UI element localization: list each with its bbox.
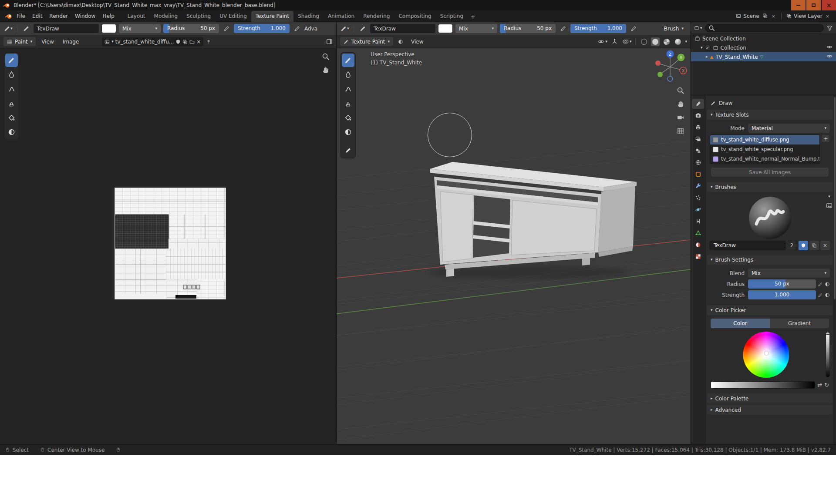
panel-brushes[interactable]: ▾ Brushes xyxy=(707,182,833,192)
expand-icon[interactable]: ▾ xyxy=(701,46,703,50)
brush-menu[interactable]: Brush▾ xyxy=(661,24,687,33)
color-wheel-cursor[interactable] xyxy=(765,351,769,355)
tool-smear[interactable] xyxy=(5,82,18,96)
radius-slider[interactable]: Radius50 px xyxy=(163,24,219,33)
minimize-button[interactable] xyxy=(791,0,806,10)
tool-soften[interactable] xyxy=(5,68,18,81)
tool-draw[interactable] xyxy=(342,54,354,67)
brush-name-field[interactable]: TexDraw xyxy=(34,24,99,33)
tab-world[interactable] xyxy=(692,158,704,168)
tab-texture-paint[interactable]: Texture Paint xyxy=(251,11,293,22)
paint-mask-toggle[interactable] xyxy=(396,37,405,47)
image-menu[interactable]: Image xyxy=(60,37,82,46)
scrollbar-thumb[interactable] xyxy=(834,97,836,299)
stylus-pressure-icon[interactable] xyxy=(818,282,823,287)
view-menu[interactable]: View xyxy=(408,37,426,46)
stylus-pressure-icon[interactable] xyxy=(818,292,823,298)
interaction-mode-dropdown[interactable]: Texture Paint ▾ xyxy=(340,37,393,46)
tv-stand-model[interactable] xyxy=(427,161,640,287)
tab-scripting[interactable]: Scripting xyxy=(436,11,468,22)
strength-extra-icon[interactable] xyxy=(825,292,830,298)
outliner-display-dropdown[interactable]: ▾ xyxy=(694,23,702,33)
gradient-tab[interactable]: Gradient xyxy=(770,319,829,328)
brush-specials-dropdown[interactable]: ▾ xyxy=(828,195,830,198)
close-button[interactable]: × xyxy=(822,0,836,10)
add-texture-slot-button[interactable]: + xyxy=(822,134,830,143)
fake-user-toggle[interactable] xyxy=(799,241,808,250)
view-menu[interactable]: View xyxy=(38,37,57,46)
blend-mode-dropdown[interactable]: Mix▾ xyxy=(455,24,497,33)
brush-name-field[interactable]: TexDraw xyxy=(710,241,785,250)
new-brush-button[interactable] xyxy=(809,241,819,250)
zoom-icon[interactable] xyxy=(322,53,330,60)
strength-pressure-toggle[interactable] xyxy=(629,24,638,34)
menu-file[interactable]: File xyxy=(13,11,29,21)
tab-object-data[interactable] xyxy=(692,228,704,238)
advanced-section-label[interactable]: Adva xyxy=(304,26,319,32)
tab-constraints[interactable] xyxy=(692,216,704,226)
value-slider[interactable] xyxy=(826,332,830,377)
ortho-grid-icon[interactable] xyxy=(677,127,684,135)
tab-shading[interactable]: Shading xyxy=(293,11,324,22)
outliner-row-tv-stand[interactable]: ▸ ▲ TV_Stand_White ▽ xyxy=(691,52,836,61)
strength-slider[interactable]: Strength1.000 xyxy=(234,24,290,33)
add-workspace-button[interactable]: + xyxy=(468,12,478,22)
tab-view-layer[interactable] xyxy=(692,134,704,144)
tab-modifiers[interactable] xyxy=(692,181,704,191)
filter-icon[interactable] xyxy=(826,25,833,31)
pan-hand-icon[interactable] xyxy=(322,66,330,74)
cycle-colors-icon[interactable]: ↻ xyxy=(824,382,829,388)
gizmos-toggle[interactable] xyxy=(610,37,620,47)
outliner-row-scene-collection[interactable]: Scene Collection xyxy=(691,34,836,43)
tab-rendering[interactable]: Rendering xyxy=(359,11,394,22)
image-editor-canvas[interactable] xyxy=(0,48,336,444)
view-layer-selector[interactable]: View Layer × xyxy=(784,12,833,20)
tool-settings-dropdown[interactable]: ▾ xyxy=(340,24,350,34)
blend-dropdown[interactable]: Mix▾ xyxy=(748,269,830,278)
radius-unit-icon[interactable] xyxy=(825,282,830,287)
tab-tool[interactable] xyxy=(692,99,704,109)
new-scene-icon[interactable] xyxy=(762,13,769,20)
radius-slider[interactable]: Radius50 px xyxy=(500,24,556,33)
color-gradient-bar[interactable] xyxy=(711,381,815,389)
brush-color-swatch[interactable] xyxy=(438,24,453,33)
tab-modeling[interactable]: Modeling xyxy=(150,11,182,22)
eye-icon[interactable] xyxy=(826,53,833,60)
folder-icon[interactable] xyxy=(189,39,195,44)
image-name-field[interactable]: tv_stand_white_diffu... xyxy=(115,39,174,45)
maximize-button[interactable] xyxy=(806,0,821,10)
shading-solid-button[interactable] xyxy=(651,37,660,46)
brush-preview-image-icon[interactable] xyxy=(826,202,833,209)
app-menu-button[interactable] xyxy=(3,11,13,21)
slot-mode-dropdown[interactable]: Material▾ xyxy=(748,124,830,133)
object-visibility-dropdown[interactable]: ▾ xyxy=(598,37,607,47)
color-tab[interactable]: Color xyxy=(711,319,770,328)
texture-slot-specular[interactable]: tv_stand_white_specular.png xyxy=(710,144,819,154)
menu-window[interactable]: Window xyxy=(71,11,99,21)
menu-help[interactable]: Help xyxy=(99,11,118,21)
viewport-canvas[interactable]: User Perspective (1) TV_Stand_White xyxy=(337,48,691,444)
tool-mask[interactable] xyxy=(5,125,18,139)
tool-settings-dropdown[interactable]: ▾ xyxy=(3,24,13,34)
panel-color-picker[interactable]: ▾ Color Picker xyxy=(707,305,833,315)
pan-hand-icon[interactable] xyxy=(677,100,684,108)
menu-render[interactable]: Render xyxy=(46,11,71,21)
tab-material[interactable] xyxy=(692,240,704,250)
menu-edit[interactable]: Edit xyxy=(29,11,46,21)
tool-fill[interactable] xyxy=(342,111,354,124)
panel-color-palette[interactable]: ▸ Color Palette xyxy=(707,393,833,403)
scene-selector[interactable]: Scene × xyxy=(734,12,779,20)
radius-pressure-toggle[interactable] xyxy=(222,24,231,34)
tool-soften[interactable] xyxy=(342,68,354,81)
tab-output[interactable] xyxy=(692,122,704,132)
outliner-search-input[interactable] xyxy=(705,24,824,32)
tool-annotate[interactable] xyxy=(342,144,354,157)
tab-animation[interactable]: Animation xyxy=(324,11,359,22)
texture-slot-diffuse[interactable]: tv_stand_white_diffuse.png xyxy=(710,135,819,144)
collection-checkbox[interactable]: ✓ xyxy=(705,45,711,50)
tab-texture[interactable] xyxy=(692,252,704,262)
shield-icon[interactable] xyxy=(175,39,181,44)
properties-scrollbar[interactable] xyxy=(833,95,836,444)
shading-wireframe-button[interactable] xyxy=(640,37,648,46)
brush-name-field[interactable]: TexDraw xyxy=(370,24,435,33)
